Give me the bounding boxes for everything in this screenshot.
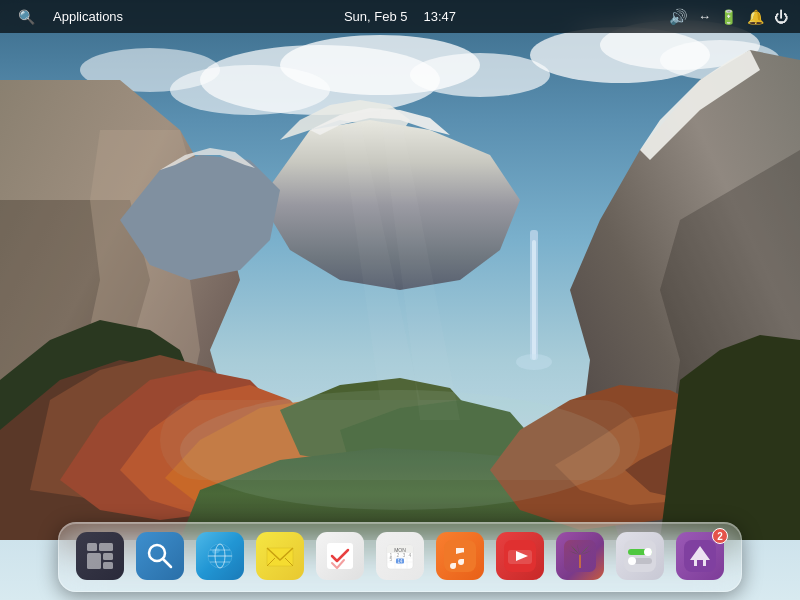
menubar: 🔍 Applications Sun, Feb 5 13:47 🔊 ↔ 🔋 🔔 … — [0, 0, 800, 33]
search-icon[interactable]: 🔍 — [12, 7, 41, 27]
network-icon[interactable]: ↔ — [698, 9, 710, 24]
svg-rect-37 — [160, 400, 640, 480]
dock: MON 1 2 3 4 5 14 — [58, 522, 742, 592]
volume-icon[interactable]: 🔊 — [669, 8, 688, 26]
tasks-icon — [316, 532, 364, 580]
dock-item-store[interactable]: 2 — [673, 529, 727, 583]
svg-rect-40 — [87, 543, 97, 551]
svg-point-83 — [644, 548, 652, 556]
svg-point-22 — [516, 354, 552, 370]
store-badge: 2 — [712, 528, 728, 544]
svg-text:14: 14 — [397, 559, 403, 564]
wallpaper — [0, 0, 800, 600]
battery-icon[interactable]: 🔋 — [720, 9, 737, 25]
dock-item-calendar[interactable]: MON 1 2 3 4 5 14 — [373, 529, 427, 583]
time-display: 13:47 — [424, 9, 457, 24]
dock-item-tasks[interactable] — [313, 529, 367, 583]
svg-point-4 — [410, 53, 550, 97]
dock-container: MON 1 2 3 4 5 14 — [58, 522, 742, 592]
toggle-icon — [616, 532, 664, 580]
menubar-center: Sun, Feb 5 13:47 — [344, 9, 456, 24]
svg-rect-80 — [564, 540, 596, 572]
menubar-left: 🔍 Applications — [12, 7, 129, 27]
svg-point-85 — [628, 557, 636, 565]
dock-item-browser[interactable] — [193, 529, 247, 583]
dock-item-multitasking[interactable] — [73, 529, 127, 583]
multitasking-icon — [76, 532, 124, 580]
power-icon[interactable]: ⏻ — [774, 9, 788, 25]
svg-rect-42 — [87, 553, 101, 569]
svg-line-46 — [163, 559, 171, 567]
dock-item-search[interactable] — [133, 529, 187, 583]
dock-item-toggle[interactable] — [613, 529, 667, 583]
svg-text:5: 5 — [390, 556, 393, 562]
music-icon — [436, 532, 484, 580]
dock-item-music[interactable] — [433, 529, 487, 583]
notification-icon[interactable]: 🔔 — [747, 9, 764, 25]
dock-item-mail[interactable] — [253, 529, 307, 583]
svg-text:4: 4 — [409, 552, 412, 558]
search-dock-icon — [136, 532, 184, 580]
svg-rect-44 — [103, 562, 113, 569]
svg-rect-81 — [624, 540, 656, 572]
video-icon — [496, 532, 544, 580]
svg-rect-75 — [444, 540, 476, 572]
svg-text:3: 3 — [403, 552, 406, 558]
dock-item-photos[interactable] — [553, 529, 607, 583]
applications-menu[interactable]: Applications — [47, 7, 129, 26]
browser-icon — [196, 532, 244, 580]
calendar-icon: MON 1 2 3 4 5 14 — [376, 532, 424, 580]
date-display: Sun, Feb 5 — [344, 9, 408, 24]
menubar-right: 🔊 ↔ 🔋 🔔 ⏻ — [669, 8, 788, 26]
desktop: 🔍 Applications Sun, Feb 5 13:47 🔊 ↔ 🔋 🔔 … — [0, 0, 800, 600]
svg-rect-43 — [103, 553, 113, 560]
svg-rect-21 — [532, 240, 536, 360]
svg-rect-87 — [697, 560, 703, 566]
dock-item-video[interactable] — [493, 529, 547, 583]
svg-rect-41 — [99, 543, 113, 551]
photos-icon — [556, 532, 604, 580]
store-icon: 2 — [676, 532, 724, 580]
mail-icon — [256, 532, 304, 580]
svg-text:2: 2 — [397, 552, 400, 558]
